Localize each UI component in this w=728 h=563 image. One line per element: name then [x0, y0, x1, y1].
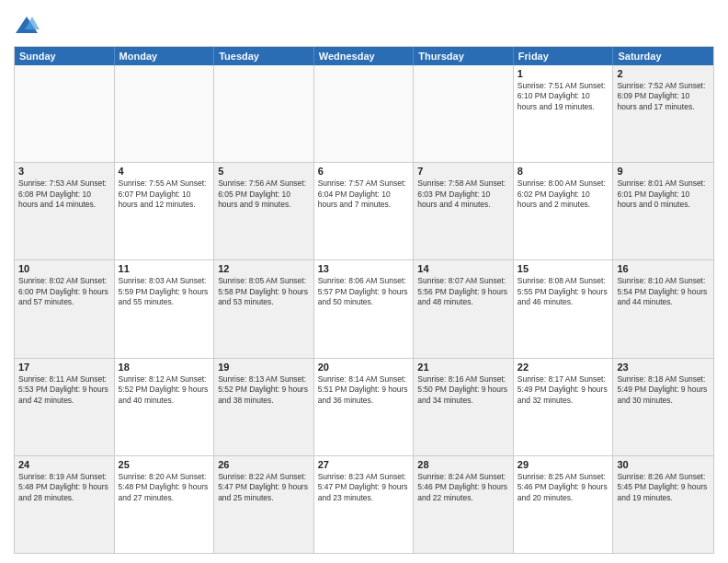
day-number: 2 — [617, 68, 710, 79]
cell-text: Sunrise: 8:12 AM Sunset: 5:52 PM Dayligh… — [119, 374, 210, 406]
cell-text: Sunrise: 8:13 AM Sunset: 5:52 PM Dayligh… — [218, 374, 310, 406]
cell-text: Sunrise: 8:05 AM Sunset: 5:58 PM Dayligh… — [218, 276, 310, 307]
calendar-cell: 27Sunrise: 8:23 AM Sunset: 5:47 PM Dayli… — [314, 456, 415, 553]
cell-text: Sunrise: 8:23 AM Sunset: 5:47 PM Dayligh… — [318, 472, 410, 503]
day-number: 20 — [318, 362, 410, 373]
calendar-cell: 19Sunrise: 8:13 AM Sunset: 5:52 PM Dayli… — [214, 359, 314, 455]
calendar-cell — [214, 65, 314, 162]
day-number: 24 — [18, 459, 110, 470]
day-number: 25 — [119, 459, 210, 470]
day-number: 23 — [617, 362, 710, 373]
calendar-cell: 23Sunrise: 8:18 AM Sunset: 5:49 PM Dayli… — [613, 359, 713, 455]
calendar-cell: 8Sunrise: 8:00 AM Sunset: 6:02 PM Daylig… — [514, 163, 614, 259]
calendar-cell: 21Sunrise: 8:16 AM Sunset: 5:50 PM Dayli… — [414, 359, 514, 455]
cell-text: Sunrise: 8:02 AM Sunset: 6:00 PM Dayligh… — [18, 276, 110, 307]
calendar-cell: 24Sunrise: 8:19 AM Sunset: 5:48 PM Dayli… — [15, 456, 115, 553]
header-cell-wednesday: Wednesday — [314, 47, 415, 65]
cell-text: Sunrise: 8:03 AM Sunset: 5:59 PM Dayligh… — [119, 276, 210, 307]
day-number: 1 — [518, 68, 609, 79]
calendar-row-4: 24Sunrise: 8:19 AM Sunset: 5:48 PM Dayli… — [15, 455, 713, 553]
cell-text: Sunrise: 8:19 AM Sunset: 5:48 PM Dayligh… — [18, 472, 110, 503]
calendar-row-3: 17Sunrise: 8:11 AM Sunset: 5:53 PM Dayli… — [15, 358, 713, 455]
day-number: 29 — [518, 459, 609, 470]
day-number: 6 — [318, 166, 410, 177]
header-cell-monday: Monday — [115, 47, 215, 65]
header-cell-saturday: Saturday — [613, 47, 713, 65]
day-number: 5 — [218, 166, 310, 177]
cell-text: Sunrise: 7:51 AM Sunset: 6:10 PM Dayligh… — [518, 81, 609, 112]
day-number: 8 — [518, 166, 609, 177]
header-cell-friday: Friday — [514, 47, 614, 65]
day-number: 11 — [119, 263, 210, 274]
calendar-cell: 17Sunrise: 8:11 AM Sunset: 5:53 PM Dayli… — [15, 359, 115, 455]
cell-text: Sunrise: 7:58 AM Sunset: 6:03 PM Dayligh… — [417, 178, 509, 210]
day-number: 21 — [417, 362, 509, 373]
day-number: 19 — [218, 362, 310, 373]
calendar-cell: 20Sunrise: 8:14 AM Sunset: 5:51 PM Dayli… — [314, 359, 415, 455]
cell-text: Sunrise: 8:14 AM Sunset: 5:51 PM Dayligh… — [318, 374, 410, 406]
calendar-header: SundayMondayTuesdayWednesdayThursdayFrid… — [15, 47, 713, 65]
calendar-row-2: 10Sunrise: 8:02 AM Sunset: 6:00 PM Dayli… — [15, 259, 713, 357]
cell-text: Sunrise: 8:06 AM Sunset: 5:57 PM Dayligh… — [318, 276, 410, 307]
calendar-cell — [15, 65, 115, 162]
calendar-cell — [115, 65, 215, 162]
day-number: 3 — [18, 166, 110, 177]
cell-text: Sunrise: 8:20 AM Sunset: 5:48 PM Dayligh… — [119, 472, 210, 503]
calendar-cell: 5Sunrise: 7:56 AM Sunset: 6:05 PM Daylig… — [214, 163, 314, 259]
calendar-cell: 28Sunrise: 8:24 AM Sunset: 5:46 PM Dayli… — [414, 456, 514, 553]
calendar-cell: 14Sunrise: 8:07 AM Sunset: 5:56 PM Dayli… — [414, 260, 514, 357]
day-number: 28 — [417, 459, 509, 470]
header-cell-sunday: Sunday — [15, 47, 115, 65]
calendar-cell: 30Sunrise: 8:26 AM Sunset: 5:45 PM Dayli… — [613, 456, 713, 553]
calendar-cell: 18Sunrise: 8:12 AM Sunset: 5:52 PM Dayli… — [115, 359, 215, 455]
cell-text: Sunrise: 8:17 AM Sunset: 5:49 PM Dayligh… — [518, 374, 609, 406]
header — [14, 9, 714, 39]
cell-text: Sunrise: 7:53 AM Sunset: 6:08 PM Dayligh… — [18, 178, 110, 210]
calendar-cell — [314, 65, 415, 162]
calendar-cell: 10Sunrise: 8:02 AM Sunset: 6:00 PM Dayli… — [15, 260, 115, 357]
cell-text: Sunrise: 8:18 AM Sunset: 5:49 PM Dayligh… — [617, 374, 710, 406]
day-number: 10 — [18, 263, 110, 274]
calendar-cell: 29Sunrise: 8:25 AM Sunset: 5:46 PM Dayli… — [514, 456, 614, 553]
cell-text: Sunrise: 8:01 AM Sunset: 6:01 PM Dayligh… — [617, 178, 710, 210]
cell-text: Sunrise: 7:52 AM Sunset: 6:09 PM Dayligh… — [617, 81, 710, 112]
cell-text: Sunrise: 7:56 AM Sunset: 6:05 PM Dayligh… — [218, 178, 310, 210]
logo-icon — [14, 13, 40, 39]
cell-text: Sunrise: 8:11 AM Sunset: 5:53 PM Dayligh… — [18, 374, 110, 406]
calendar-cell: 15Sunrise: 8:08 AM Sunset: 5:55 PM Dayli… — [514, 260, 614, 357]
day-number: 17 — [18, 362, 110, 373]
logo — [14, 13, 43, 39]
day-number: 13 — [318, 263, 410, 274]
calendar-cell: 13Sunrise: 8:06 AM Sunset: 5:57 PM Dayli… — [314, 260, 415, 357]
day-number: 9 — [617, 166, 710, 177]
cell-text: Sunrise: 8:16 AM Sunset: 5:50 PM Dayligh… — [417, 374, 509, 406]
day-number: 12 — [218, 263, 310, 274]
day-number: 22 — [518, 362, 609, 373]
day-number: 15 — [518, 263, 609, 274]
day-number: 14 — [417, 263, 509, 274]
cell-text: Sunrise: 8:00 AM Sunset: 6:02 PM Dayligh… — [518, 178, 609, 210]
calendar-row-1: 3Sunrise: 7:53 AM Sunset: 6:08 PM Daylig… — [15, 162, 713, 259]
calendar-cell: 9Sunrise: 8:01 AM Sunset: 6:01 PM Daylig… — [613, 163, 713, 259]
cell-text: Sunrise: 8:26 AM Sunset: 5:45 PM Dayligh… — [617, 472, 710, 503]
calendar-cell: 2Sunrise: 7:52 AM Sunset: 6:09 PM Daylig… — [613, 65, 713, 162]
cell-text: Sunrise: 8:25 AM Sunset: 5:46 PM Dayligh… — [518, 472, 609, 503]
calendar-cell: 12Sunrise: 8:05 AM Sunset: 5:58 PM Dayli… — [214, 260, 314, 357]
calendar-cell: 7Sunrise: 7:58 AM Sunset: 6:03 PM Daylig… — [414, 163, 514, 259]
day-number: 16 — [617, 263, 710, 274]
calendar-cell: 4Sunrise: 7:55 AM Sunset: 6:07 PM Daylig… — [115, 163, 215, 259]
calendar-cell: 25Sunrise: 8:20 AM Sunset: 5:48 PM Dayli… — [115, 456, 215, 553]
day-number: 26 — [218, 459, 310, 470]
cell-text: Sunrise: 8:22 AM Sunset: 5:47 PM Dayligh… — [218, 472, 310, 503]
cell-text: Sunrise: 8:08 AM Sunset: 5:55 PM Dayligh… — [518, 276, 609, 307]
cell-text: Sunrise: 7:57 AM Sunset: 6:04 PM Dayligh… — [318, 178, 410, 210]
day-number: 4 — [119, 166, 210, 177]
day-number: 18 — [119, 362, 210, 373]
cell-text: Sunrise: 7:55 AM Sunset: 6:07 PM Dayligh… — [119, 178, 210, 210]
calendar-cell: 6Sunrise: 7:57 AM Sunset: 6:04 PM Daylig… — [314, 163, 415, 259]
calendar-row-0: 1Sunrise: 7:51 AM Sunset: 6:10 PM Daylig… — [15, 65, 713, 162]
header-cell-thursday: Thursday — [414, 47, 514, 65]
calendar-cell: 16Sunrise: 8:10 AM Sunset: 5:54 PM Dayli… — [613, 260, 713, 357]
calendar-cell: 26Sunrise: 8:22 AM Sunset: 5:47 PM Dayli… — [214, 456, 314, 553]
cell-text: Sunrise: 8:10 AM Sunset: 5:54 PM Dayligh… — [617, 276, 710, 307]
